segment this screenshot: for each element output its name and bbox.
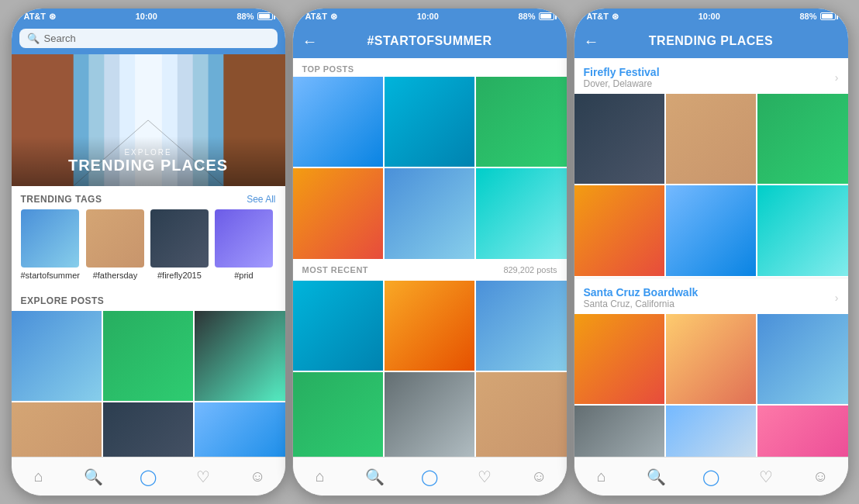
tag-item-1[interactable]: #startofsummer	[21, 209, 80, 280]
place1-images-grid	[574, 94, 848, 276]
battery-icon-1	[257, 12, 273, 20]
place1-img-4[interactable]	[574, 185, 664, 275]
top-post-6[interactable]	[476, 168, 566, 258]
status-right-2: 88%	[518, 12, 554, 21]
tag-item-4[interactable]: #prid	[215, 209, 273, 280]
search-tab-icon-1: 🔍	[84, 468, 103, 486]
recent-post-2[interactable]	[385, 281, 474, 371]
tab-search-2[interactable]: 🔍	[347, 457, 402, 495]
post-thumb-1[interactable]	[12, 311, 102, 401]
camera-icon-2: ◯	[421, 468, 438, 486]
post-thumb-2[interactable]	[103, 311, 193, 401]
place2-img-1[interactable]	[574, 314, 664, 404]
tab-bar-3: ⌂ 🔍 ◯ ♡ ☺	[574, 457, 848, 495]
post-thumb-6[interactable]	[195, 402, 285, 457]
phones-container: AT&T ⊛ 10:00 88% 🔍 Search	[0, 0, 859, 504]
hero-overlay: EXPLORE TRENDING PLACES	[12, 136, 285, 186]
status-right-3: 88%	[799, 12, 835, 21]
phone-2: AT&T ⊛ 10:00 88% ← #STARTOFSUMMER TOP PO…	[292, 8, 567, 496]
tag-label-3: #firefly2015	[157, 271, 202, 280]
home-icon-3: ⌂	[597, 468, 606, 485]
see-all-button[interactable]: See All	[247, 194, 275, 205]
tab-camera-1[interactable]: ◯	[121, 457, 176, 495]
place1-location: Dover, Delaware	[584, 78, 839, 89]
back-button-2[interactable]: ←	[302, 33, 318, 50]
tag-item-2[interactable]: #fathersday	[86, 209, 144, 280]
recent-post-1[interactable]	[293, 281, 383, 371]
tag-item-3[interactable]: #firefly2015	[150, 209, 209, 280]
nav-title-3: TRENDING PLACES	[649, 34, 773, 48]
tab-heart-3[interactable]: ♡	[738, 457, 793, 495]
post-thumb-4[interactable]	[12, 402, 102, 457]
place1-img-5[interactable]	[666, 185, 756, 275]
search-bar-1[interactable]: 🔍 Search	[19, 29, 278, 48]
search-tab-icon-3: 🔍	[647, 468, 666, 486]
profile-icon-2: ☺	[531, 468, 547, 485]
top-post-5[interactable]	[385, 168, 474, 258]
place1-img-3[interactable]	[757, 94, 847, 184]
tab-camera-3[interactable]: ◯	[684, 457, 739, 495]
explore-posts-header: EXPLORE POSTS	[12, 288, 285, 311]
tab-profile-1[interactable]: ☺	[230, 457, 285, 495]
place1-img-1[interactable]	[574, 94, 664, 184]
top-post-4[interactable]	[293, 168, 383, 258]
post-thumb-3[interactable]	[195, 311, 285, 401]
post-count: 829,202 posts	[503, 265, 557, 274]
place2-img-6[interactable]	[757, 406, 847, 457]
recent-post-6[interactable]	[476, 372, 566, 457]
post-thumb-5[interactable]	[103, 402, 193, 457]
phone3-content: Firefly Festival Dover, Delaware › Santa…	[574, 58, 848, 457]
tab-heart-1[interactable]: ♡	[175, 457, 230, 495]
tag-thumb-4	[215, 209, 273, 268]
tab-heart-2[interactable]: ♡	[457, 457, 512, 495]
place2-img-2[interactable]	[666, 314, 756, 404]
place2-location: Santa Cruz, California	[584, 299, 839, 309]
nav-bar-3: ← TRENDING PLACES	[574, 24, 848, 58]
place1-info: Firefly Festival Dover, Delaware	[584, 66, 839, 89]
tab-search-1[interactable]: 🔍	[66, 457, 121, 495]
place2-chevron-icon: ›	[835, 292, 839, 304]
camera-icon-3: ◯	[702, 468, 719, 486]
tab-camera-2[interactable]: ◯	[402, 457, 457, 495]
wifi-icon-2: ⊛	[330, 12, 337, 22]
heart-icon-1: ♡	[196, 468, 210, 486]
place1-header[interactable]: Firefly Festival Dover, Delaware ›	[574, 58, 848, 94]
recent-post-5[interactable]	[385, 372, 474, 457]
carrier-1: AT&T	[24, 12, 47, 21]
recent-post-3[interactable]	[476, 281, 566, 371]
tab-profile-2[interactable]: ☺	[512, 457, 567, 495]
heart-icon-2: ♡	[478, 468, 492, 486]
wifi-icon-1: ⊛	[49, 12, 56, 22]
tab-profile-3[interactable]: ☺	[793, 457, 848, 495]
place1-img-6[interactable]	[757, 185, 847, 275]
tab-home-1[interactable]: ⌂	[12, 457, 67, 495]
tab-bar-2: ⌂ 🔍 ◯ ♡ ☺	[293, 457, 567, 495]
recent-post-4[interactable]	[293, 372, 383, 457]
top-post-1[interactable]	[293, 77, 383, 167]
profile-icon-3: ☺	[812, 468, 828, 485]
tab-search-3[interactable]: 🔍	[629, 457, 684, 495]
back-button-3[interactable]: ←	[584, 33, 599, 50]
place2-img-4[interactable]	[574, 406, 664, 457]
tab-home-3[interactable]: ⌂	[574, 457, 630, 495]
tab-home-2[interactable]: ⌂	[293, 457, 348, 495]
trending-tags-header: TRENDING TAGS See All	[12, 186, 285, 209]
place2-header[interactable]: Santa Cruz Boardwalk Santa Cruz, Califor…	[574, 278, 848, 314]
search-tab-icon-2: 🔍	[365, 468, 385, 486]
heart-icon-3: ♡	[759, 468, 773, 486]
time-3: 10:00	[699, 12, 720, 21]
tab-bar-1: ⌂ 🔍 ◯ ♡ ☺	[12, 457, 285, 495]
top-post-2[interactable]	[385, 77, 474, 167]
place1-name: Firefly Festival	[584, 66, 839, 78]
nav-title-2: #STARTOFSUMMER	[367, 34, 492, 48]
place1-img-2[interactable]	[666, 94, 756, 184]
battery-pct-1: 88%	[236, 12, 254, 21]
explore-posts-grid	[12, 311, 285, 457]
top-post-3[interactable]	[476, 77, 566, 167]
place2-img-5[interactable]	[666, 406, 756, 457]
home-icon-1: ⌂	[34, 468, 43, 485]
nav-bar-2: ← #STARTOFSUMMER	[293, 24, 567, 58]
status-bar-3: AT&T ⊛ 10:00 88%	[574, 9, 848, 24]
place2-img-3[interactable]	[757, 314, 847, 404]
most-recent-label: MOST RECENT	[302, 265, 369, 274]
